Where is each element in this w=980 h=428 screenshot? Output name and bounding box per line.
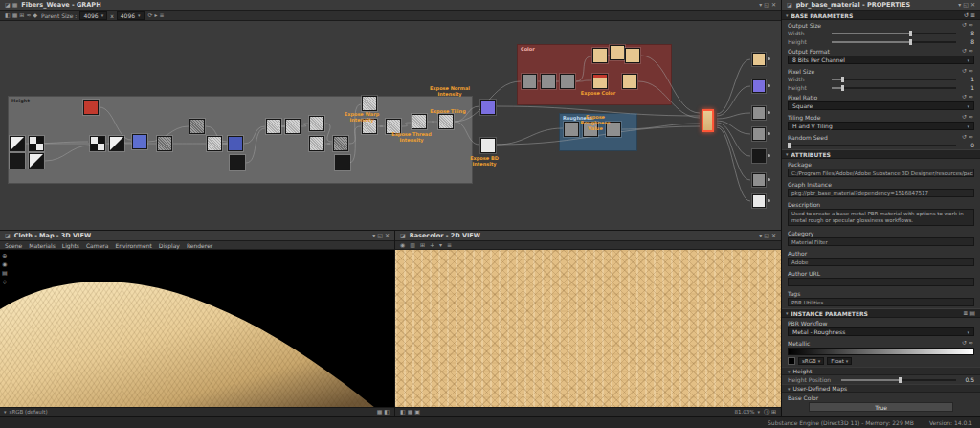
reset-icon[interactable]: ↺	[962, 340, 967, 346]
view-options-icon[interactable]: ≡	[447, 242, 452, 248]
pbr-workflow-dropdown[interactable]: Metal - Roughness ▾	[788, 327, 974, 336]
section-base-parameters[interactable]: ▾ BASE PARAMETERS ↺≡	[782, 11, 980, 20]
graph-node[interactable]	[230, 155, 245, 170]
graph-node[interactable]	[157, 136, 172, 151]
grid-view-icon[interactable]: ▤	[969, 310, 975, 316]
reset-icon[interactable]: ↺	[962, 22, 967, 28]
pin-icon[interactable]: ◪	[5, 2, 11, 8]
output-node[interactable]	[752, 149, 766, 163]
wireframe-icon[interactable]: ▤	[2, 270, 8, 276]
view3d-tab-title[interactable]: Cloth - Map - 3D VIEW	[14, 232, 91, 239]
split-view-icon[interactable]: ◧	[384, 409, 390, 415]
output-node[interactable]	[752, 173, 766, 187]
graph-node[interactable]	[266, 119, 281, 134]
graph-node[interactable]	[189, 119, 205, 134]
channel-g-icon[interactable]: ▦	[408, 409, 413, 415]
grid-snap-icon[interactable]: ▦	[12, 12, 18, 18]
output-normal-node[interactable]	[752, 79, 766, 93]
output-basecolor-node[interactable]	[752, 53, 766, 66]
menu-environment[interactable]: Environment	[115, 242, 151, 249]
graph-node[interactable]	[228, 136, 243, 151]
graph-node[interactable]	[592, 74, 608, 89]
function-icon[interactable]: ≈	[969, 68, 973, 74]
graph-node[interactable]	[610, 45, 625, 60]
float-panel-icon[interactable]: ◱	[377, 233, 383, 238]
category-value[interactable]: Material Filter	[788, 237, 974, 246]
height-position-slider[interactable]	[841, 379, 956, 381]
pin-icon[interactable]: ◪	[787, 2, 792, 8]
graph-node[interactable]	[362, 96, 377, 111]
close-panel-icon[interactable]: ✕	[771, 233, 776, 238]
menu-camera[interactable]: Camera	[86, 242, 109, 249]
fit-view-icon[interactable]: ⊞	[771, 409, 776, 415]
panel-menu-icon[interactable]: ▾	[759, 233, 762, 238]
graph-node[interactable]	[29, 153, 44, 169]
output-node[interactable]	[752, 194, 766, 208]
properties-tab-title[interactable]: pbr_base_material - PROPERTIES	[796, 1, 910, 9]
section-attributes[interactable]: ▾ ATTRIBUTES	[782, 149, 980, 159]
grid-icon[interactable]: ⊞	[420, 242, 425, 248]
output-roughness-node[interactable]	[752, 106, 766, 120]
panel-menu-icon[interactable]: ▾	[759, 2, 762, 8]
output-metallic-node[interactable]	[752, 127, 766, 141]
graph-node[interactable]	[625, 48, 640, 63]
parent-height-select[interactable]: 4096 ▾	[117, 11, 145, 20]
pbr-base-material-node[interactable]	[702, 109, 714, 132]
crosshair-icon[interactable]: +	[430, 242, 434, 248]
menu-renderer[interactable]: Renderer	[187, 242, 212, 249]
function-icon[interactable]: ≈	[969, 22, 973, 28]
graph-node[interactable]	[522, 74, 537, 89]
pixel-width-slider[interactable]	[832, 79, 956, 80]
menu-lights[interactable]: Lights	[62, 242, 79, 249]
function-icon[interactable]: ≈	[969, 134, 973, 140]
section-instance-parameters[interactable]: ▾ INSTANCE PARAMETERS ≡▤	[782, 308, 980, 318]
graph-node[interactable]	[480, 100, 496, 115]
render-settings-icon[interactable]: ▦	[377, 409, 383, 415]
menu-display[interactable]: Display	[159, 242, 180, 249]
graph-node[interactable]	[592, 48, 608, 63]
panel-menu-icon[interactable]: ▾	[372, 233, 375, 238]
graph-canvas[interactable]: HeightColorRoughnessExpose Normal Intens…	[0, 21, 781, 230]
pin-icon[interactable]: ◪	[5, 233, 11, 238]
graph-node[interactable]	[622, 74, 637, 89]
color-swatch[interactable]	[788, 357, 795, 365]
panel-menu-icon[interactable]: ▾	[958, 2, 961, 8]
play-icon[interactable]: ▸	[155, 12, 158, 18]
view3d-viewport[interactable]: ⊕◉▤◇	[0, 250, 394, 407]
colorspace-select[interactable]: sRGB (default)	[10, 409, 48, 415]
graph-node[interactable]	[10, 136, 25, 151]
graph-node[interactable]	[10, 153, 25, 169]
graph-node[interactable]	[83, 100, 99, 115]
base-color-toggle-button[interactable]: True	[809, 402, 953, 412]
output-format-dropdown[interactable]: 8 Bits Per Channel ▾	[788, 56, 974, 64]
reset-icon[interactable]: ↺	[962, 94, 967, 100]
camera-orbit-icon[interactable]: ◉	[2, 261, 7, 267]
chevron-down-icon[interactable]: ▾	[4, 409, 7, 415]
metallic-gradient-slider[interactable]	[788, 348, 974, 355]
function-icon[interactable]: ≈	[969, 48, 973, 54]
close-panel-icon[interactable]: ✕	[385, 233, 390, 238]
view2d-texture-viewport[interactable]	[395, 250, 781, 407]
author-url-value[interactable]	[788, 278, 974, 286]
reset-section-icon[interactable]: ↺	[964, 12, 969, 18]
graph-node[interactable]	[207, 136, 222, 151]
function-icon[interactable]: ≈	[969, 340, 973, 346]
tiling-mode-dropdown[interactable]: H and V Tiling ▾	[788, 122, 974, 130]
graph-node[interactable]	[541, 74, 556, 89]
close-panel-icon[interactable]: ✕	[970, 2, 975, 8]
graph-node[interactable]	[90, 136, 105, 151]
material-mode-icon[interactable]: ◆	[33, 12, 37, 18]
graph-node[interactable]	[309, 116, 324, 131]
filter-icon[interactable]: ▾	[439, 242, 442, 248]
close-panel-icon[interactable]: ✕	[771, 2, 776, 8]
float-dropdown[interactable]: Float ▾	[827, 357, 852, 365]
reset-icon[interactable]: ↺	[962, 68, 967, 74]
tags-value[interactable]: PBR Utilities	[788, 298, 974, 306]
gizmo-icon[interactable]: ⊕	[2, 253, 7, 259]
menu-scene[interactable]: Scene	[5, 242, 22, 249]
pixel-ratio-dropdown[interactable]: Square ▾	[788, 101, 974, 110]
float-panel-icon[interactable]: ◱	[764, 233, 769, 238]
tiling-icon[interactable]: ▥	[410, 242, 415, 248]
graph-node[interactable]	[132, 134, 147, 149]
recompute-icon[interactable]: ⟳	[148, 12, 153, 18]
